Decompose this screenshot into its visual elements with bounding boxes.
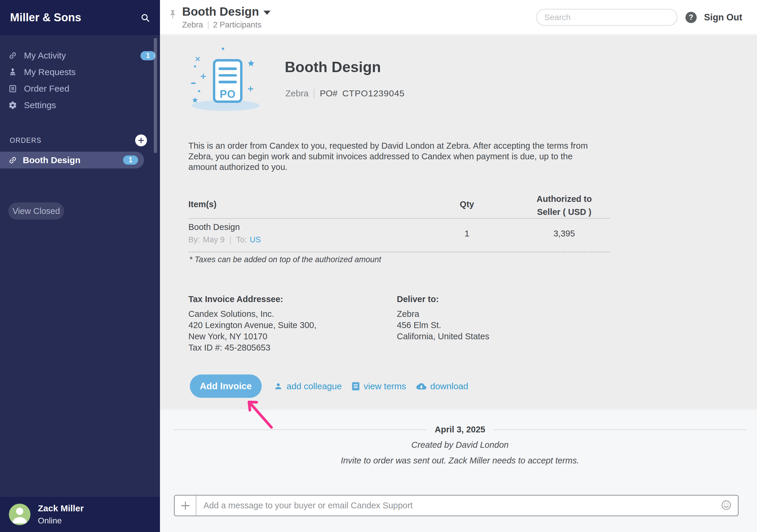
sparkle-star-icon xyxy=(248,60,254,68)
deliver-to-label: Deliver to: xyxy=(397,294,489,304)
pin-icon[interactable] xyxy=(169,10,176,25)
view-terms-link[interactable]: view terms xyxy=(351,381,406,391)
po-number-label: PO# xyxy=(320,88,337,99)
nav-label: Order Feed xyxy=(24,84,69,94)
items-table-header: Item(s) Qty Authorized to Seller ( USD ) xyxy=(188,191,610,219)
cloud-download-icon xyxy=(416,382,426,390)
sidebar-item-settings[interactable]: Settings xyxy=(0,97,160,113)
document-list-icon xyxy=(8,84,18,93)
column-header-items: Item(s) xyxy=(188,199,217,209)
item-meta: By: May 9 | To: US xyxy=(188,235,261,245)
feed-event: Invite to order was sent out. Zack Mille… xyxy=(174,456,746,465)
sidebar-order-booth-design[interactable]: Booth Design 1 xyxy=(0,152,144,168)
po-document-icon: PO xyxy=(213,59,242,103)
download-link[interactable]: download xyxy=(416,381,468,391)
add-order-button[interactable] xyxy=(135,134,147,146)
sparkle-plus-icon xyxy=(200,74,206,80)
header-title-block: Booth Design Zebra 2 Participants xyxy=(182,5,271,30)
tax-addressee-lines: Candex Solutions, Inc. 420 Lexington Ave… xyxy=(188,308,317,353)
user-name: Zack Miller xyxy=(38,503,84,514)
sidebar-nav: My Activity 1 My Requests xyxy=(0,47,160,113)
divider xyxy=(208,21,208,29)
person-icon xyxy=(274,382,283,391)
top-header: Booth Design Zebra 2 Participants ? Sign… xyxy=(160,0,757,35)
by-label: By: xyxy=(188,235,200,245)
po-illustration: PO xyxy=(186,44,272,113)
order-vendor: Zebra xyxy=(285,88,308,99)
to-location-link[interactable]: US xyxy=(250,235,261,245)
help-button[interactable]: ? xyxy=(685,12,697,23)
company-name: Miller & Sons xyxy=(10,11,140,24)
chevron-down-icon xyxy=(263,11,271,15)
deliver-to-lines: Zebra 456 Elm St. California, United Sta… xyxy=(397,308,489,342)
to-label: To: xyxy=(236,235,247,245)
order-badge: 1 xyxy=(123,156,138,164)
order-description: This is an order from Candex to you, req… xyxy=(188,140,602,172)
column-header-authorized: Authorized to Seller ( USD ) xyxy=(520,192,609,219)
sidebar-user-panel: Zack Miller Online xyxy=(0,497,160,532)
sidebar-scrollbar-thumb[interactable] xyxy=(154,38,157,153)
add-colleague-link[interactable]: add colleague xyxy=(274,381,342,391)
view-closed-button[interactable]: View Closed xyxy=(8,202,64,220)
header-participants[interactable]: 2 Participants xyxy=(213,20,262,30)
sidebar-search-icon[interactable] xyxy=(140,13,150,22)
divider xyxy=(314,89,314,98)
order-detail-card: PO Booth Design Zebra PO# CTPO1239045 Th… xyxy=(160,36,757,410)
deliver-to: Deliver to: Zebra 456 Elm St. California… xyxy=(397,294,489,342)
activity-badge: 1 xyxy=(140,51,156,60)
stamp-icon xyxy=(8,67,18,77)
separator: | xyxy=(229,235,231,245)
add-invoice-button[interactable]: Add Invoice xyxy=(190,374,262,398)
tax-note: * Taxes can be added on top of the autho… xyxy=(189,255,381,264)
emoji-button[interactable] xyxy=(721,499,732,512)
annotation-arrow xyxy=(242,399,278,431)
items-table: Item(s) Qty Authorized to Seller ( USD )… xyxy=(188,191,610,252)
smiley-icon xyxy=(721,499,732,511)
app-root: Miller & Sons My Activity 1 xyxy=(0,0,757,532)
sparkle-star-icon xyxy=(192,97,198,104)
plus-icon xyxy=(180,501,191,511)
table-row: Booth Design By: May 9 | To: US 1 3,395 xyxy=(188,219,610,252)
po-doc-label: PO xyxy=(220,88,236,101)
message-input[interactable] xyxy=(197,496,721,516)
feed-event: Created by David London xyxy=(174,440,746,450)
po-number-value: CTPO1239045 xyxy=(342,88,405,99)
order-actions: Add Invoice add colleague view terms xyxy=(160,374,757,401)
nav-label: My Requests xyxy=(24,67,76,77)
orders-section-header: ORDERS xyxy=(0,134,160,146)
user-status: Online xyxy=(38,516,84,525)
nav-label: Settings xyxy=(24,100,56,110)
search-input[interactable] xyxy=(536,9,678,26)
sparkle-plus-icon xyxy=(248,86,254,93)
item-amount: 3,395 xyxy=(520,229,609,239)
tax-addressee-label: Tax Invoice Addressee: xyxy=(188,294,317,304)
message-bar xyxy=(174,495,739,516)
feed-date: April 3, 2025 xyxy=(435,425,485,434)
by-value: May 9 xyxy=(203,235,225,245)
sidebar-item-my-activity[interactable]: My Activity 1 xyxy=(0,47,160,64)
header-vendor: Zebra xyxy=(182,20,203,30)
user-avatar[interactable] xyxy=(9,504,30,525)
chain-link-icon xyxy=(8,51,18,60)
nav-label: My Activity xyxy=(24,50,66,61)
item-name: Booth Design xyxy=(188,222,240,232)
order-title-dropdown[interactable]: Booth Design xyxy=(182,5,271,18)
chain-link-icon xyxy=(8,156,17,164)
header-order-title: Booth Design xyxy=(182,5,259,18)
order-page-title: Booth Design xyxy=(285,59,381,76)
orders-label: ORDERS xyxy=(10,136,135,144)
sign-out-button[interactable]: Sign Out xyxy=(704,12,742,23)
sidebar: Miller & Sons My Activity 1 xyxy=(0,0,160,532)
user-info: Zack Miller Online xyxy=(38,503,84,525)
order-label: Booth Design xyxy=(23,155,80,165)
tax-invoice-addressee: Tax Invoice Addressee: Candex Solutions,… xyxy=(188,294,317,353)
sidebar-item-order-feed[interactable]: Order Feed xyxy=(0,80,160,97)
item-qty: 1 xyxy=(437,229,497,239)
sidebar-item-my-requests[interactable]: My Requests xyxy=(0,64,160,80)
column-header-qty: Qty xyxy=(437,199,497,209)
order-po-line: Zebra PO# CTPO1239045 xyxy=(285,88,405,99)
sidebar-header: Miller & Sons xyxy=(0,0,160,35)
header-subtitle: Zebra 2 Participants xyxy=(182,20,271,30)
gear-icon xyxy=(8,101,18,110)
attach-button[interactable] xyxy=(175,496,197,516)
